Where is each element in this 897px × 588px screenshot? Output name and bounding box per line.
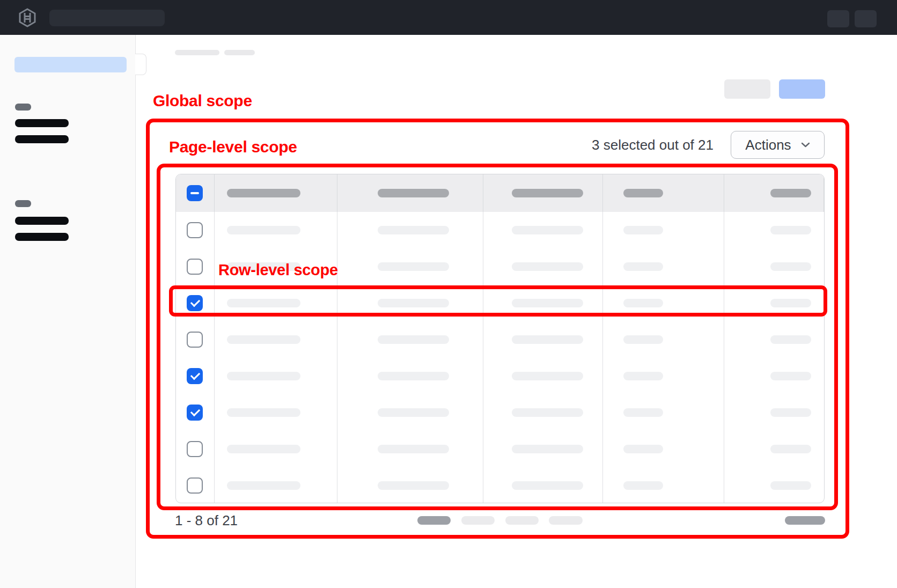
cell-skeleton: [378, 408, 449, 417]
hashicorp-logo-icon: [18, 8, 37, 27]
app-window: Global scope Page-level scope Row-level …: [0, 0, 897, 588]
row-level-scope-label: Row-level scope: [218, 262, 338, 278]
cell-skeleton: [512, 445, 583, 453]
sidebar-toggle-handle[interactable]: [135, 54, 146, 75]
chevron-down-icon: [801, 142, 810, 148]
column-header-skeleton: [623, 189, 663, 197]
sidebar-nav-item[interactable]: [15, 119, 69, 127]
table-row: [176, 431, 824, 467]
pagination-page-button[interactable]: [549, 516, 583, 525]
cell-skeleton: [227, 445, 300, 453]
select-all-checkbox[interactable]: [187, 185, 203, 201]
table-body: [176, 212, 824, 503]
cell-skeleton: [378, 299, 449, 307]
cell-skeleton: [770, 299, 811, 307]
cell-skeleton: [623, 481, 663, 490]
cell-skeleton: [770, 335, 811, 344]
breadcrumb-item[interactable]: [224, 50, 255, 55]
cell-skeleton: [378, 445, 449, 453]
pagination-page-button[interactable]: [505, 516, 539, 525]
table-row: [176, 358, 824, 394]
cell-skeleton: [378, 262, 449, 271]
global-scope-label: Global scope: [153, 92, 252, 109]
row-checkbox[interactable]: [187, 222, 203, 238]
cell-skeleton: [770, 372, 811, 380]
cell-skeleton: [378, 372, 449, 380]
row-checkbox[interactable]: [187, 259, 203, 275]
row-checkbox[interactable]: [187, 477, 203, 494]
sidebar-section-label: [15, 104, 31, 111]
topbar-user-menu-button[interactable]: [855, 10, 877, 27]
cell-skeleton: [512, 299, 583, 307]
cell-skeleton: [623, 372, 663, 380]
topbar-help-button[interactable]: [827, 10, 849, 27]
table-row: [176, 285, 824, 321]
data-table: [175, 174, 825, 503]
table-header-row: [176, 174, 824, 212]
page-level-scope-label: Page-level scope: [169, 138, 297, 156]
pagination-next-control[interactable]: [785, 516, 825, 525]
cell-skeleton: [378, 481, 449, 490]
row-checkbox-checked[interactable]: [187, 295, 203, 311]
cell-skeleton: [227, 481, 300, 490]
cell-skeleton: [227, 372, 300, 380]
sidebar-section-label: [15, 200, 31, 207]
secondary-action-button[interactable]: [724, 79, 770, 99]
column-header-skeleton: [378, 189, 449, 197]
table-row: [176, 394, 824, 431]
table-row: [176, 321, 824, 358]
cell-skeleton: [770, 445, 811, 453]
cell-skeleton: [623, 299, 663, 307]
cell-skeleton: [623, 226, 663, 234]
column-header-skeleton: [512, 189, 583, 197]
cell-skeleton: [770, 262, 811, 271]
column-header-skeleton: [770, 189, 811, 197]
cell-skeleton: [623, 445, 663, 453]
primary-action-button[interactable]: [779, 79, 825, 99]
cell-skeleton: [227, 335, 300, 344]
pagination-range-label: 1 - 8 of 21: [175, 512, 238, 529]
sidebar-nav-item[interactable]: [15, 233, 69, 241]
cell-skeleton: [623, 408, 663, 417]
cell-skeleton: [512, 372, 583, 380]
global-search-input[interactable]: [49, 10, 165, 26]
row-checkbox-checked[interactable]: [187, 405, 203, 421]
selection-summary: 3 selected out of 21: [536, 137, 714, 153]
cell-skeleton: [770, 226, 811, 234]
column-header-skeleton: [227, 189, 300, 197]
sidebar-nav-item[interactable]: [15, 217, 69, 225]
cell-skeleton: [378, 226, 449, 234]
actions-button-label: Actions: [745, 137, 791, 153]
row-checkbox[interactable]: [187, 332, 203, 348]
table-row: [176, 212, 824, 248]
cell-skeleton: [227, 408, 300, 417]
cell-skeleton: [512, 262, 583, 271]
cell-skeleton: [623, 335, 663, 344]
cell-skeleton: [512, 481, 583, 490]
cell-skeleton: [227, 226, 300, 234]
cell-skeleton: [623, 262, 663, 271]
cell-skeleton: [512, 335, 583, 344]
actions-dropdown-button[interactable]: Actions: [731, 131, 825, 159]
sidebar-active-item[interactable]: [14, 57, 127, 72]
row-checkbox-checked[interactable]: [187, 368, 203, 384]
cell-skeleton: [512, 408, 583, 417]
sidebar: [0, 35, 136, 588]
row-checkbox[interactable]: [187, 441, 203, 457]
top-navigation-bar: [0, 0, 897, 35]
cell-skeleton: [770, 408, 811, 417]
cell-skeleton: [512, 226, 583, 234]
cell-skeleton: [227, 299, 300, 307]
pagination-page-button[interactable]: [461, 516, 495, 525]
cell-skeleton: [770, 481, 811, 490]
breadcrumb-item[interactable]: [175, 50, 219, 55]
cell-skeleton: [378, 335, 449, 344]
table-row: [176, 467, 824, 503]
sidebar-nav-item[interactable]: [15, 135, 69, 143]
pagination-page-size-control[interactable]: [417, 516, 451, 525]
